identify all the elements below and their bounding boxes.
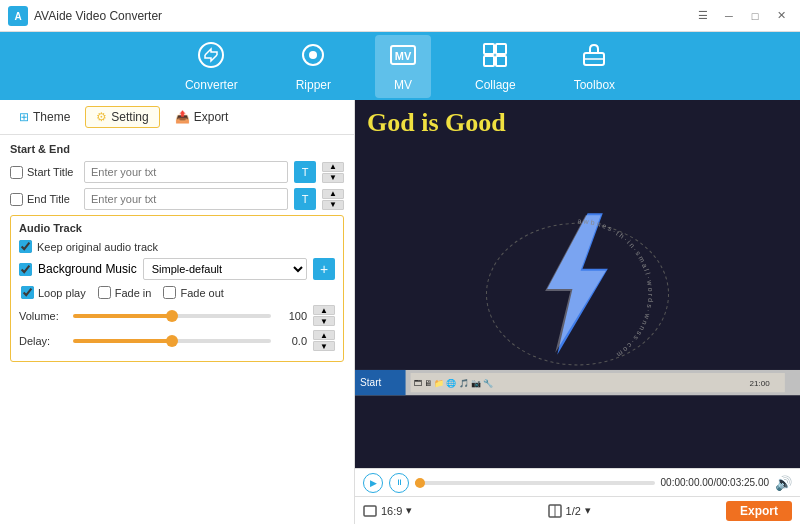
start-title-down[interactable]: ▼ xyxy=(322,173,344,183)
end-title-input[interactable] xyxy=(84,188,288,210)
tab-export[interactable]: 📤 Export xyxy=(164,106,240,128)
end-title-down[interactable]: ▼ xyxy=(322,200,344,210)
svg-rect-9 xyxy=(484,56,494,66)
nav-ripper-label: Ripper xyxy=(296,78,331,92)
keep-original-checkbox[interactable] xyxy=(19,240,32,253)
delay-value: 0.0 xyxy=(277,335,307,347)
page-chevron-icon: ▾ xyxy=(585,504,591,517)
end-title-label: End Title xyxy=(10,193,78,206)
playback-bar: ▶ ⏸ 00:00:00.00/00:03:25.00 🔊 xyxy=(355,468,800,496)
aspect-ratio-icon xyxy=(363,504,377,518)
start-title-label: Start Title xyxy=(10,166,78,179)
end-title-arrows: ▲ ▼ xyxy=(322,189,344,210)
minimize-btn[interactable]: ─ xyxy=(718,5,740,27)
delay-up[interactable]: ▲ xyxy=(313,330,335,340)
ripper-icon xyxy=(299,41,327,75)
bgm-row: Background Music Simple-default + xyxy=(19,258,335,280)
start-title-up[interactable]: ▲ xyxy=(322,162,344,172)
play-btn[interactable]: ▶ xyxy=(363,473,383,493)
right-panel: God is Good a w b n e s · t h · i n · s … xyxy=(355,100,800,524)
volume-down[interactable]: ▼ xyxy=(313,316,335,326)
start-title-row: Start Title T ▲ ▼ xyxy=(10,161,344,183)
loop-play-checkbox[interactable] xyxy=(21,286,34,299)
fade-in-option: Fade in xyxy=(98,286,152,299)
end-title-checkbox[interactable] xyxy=(10,193,23,206)
volume-value: 100 xyxy=(277,310,307,322)
theme-grid-icon: ⊞ xyxy=(19,110,29,124)
app-icon: A xyxy=(8,6,28,26)
video-preview: God is Good a w b n e s · t h · i n · s … xyxy=(355,100,800,468)
window-controls: ☰ ─ □ ✕ xyxy=(692,5,792,27)
titlebar: A AVAide Video Converter ☰ ─ □ ✕ xyxy=(0,0,800,32)
nav-mv-label: MV xyxy=(394,78,412,92)
navbar: Converter Ripper MV MV Collage Toolbox xyxy=(0,32,800,100)
start-title-arrows: ▲ ▼ xyxy=(322,162,344,183)
export-box-icon: 📤 xyxy=(175,110,190,124)
preview-title: God is Good xyxy=(355,100,518,146)
menu-btn[interactable]: ☰ xyxy=(692,5,714,27)
svg-point-4 xyxy=(309,51,317,59)
svg-text:21:00: 21:00 xyxy=(749,379,770,388)
export-btn[interactable]: Export xyxy=(726,501,792,521)
volume-slider[interactable] xyxy=(73,314,271,318)
bgm-checkbox[interactable] xyxy=(19,263,32,276)
fade-out-option: Fade out xyxy=(163,286,223,299)
svg-text:Start: Start xyxy=(360,377,382,388)
audio-options-row: Loop play Fade in Fade out xyxy=(19,286,335,299)
collage-icon xyxy=(481,41,509,75)
progress-track[interactable] xyxy=(415,481,655,485)
volume-icon[interactable]: 🔊 xyxy=(775,475,792,491)
start-end-title: Start & End xyxy=(10,143,344,155)
nav-toolbox-label: Toolbox xyxy=(574,78,615,92)
delay-arrows: ▲ ▼ xyxy=(313,330,335,351)
setting-gear-icon: ⚙ xyxy=(96,110,107,124)
nav-toolbox[interactable]: Toolbox xyxy=(560,35,629,98)
mv-icon: MV xyxy=(389,41,417,75)
delay-down[interactable]: ▼ xyxy=(313,341,335,351)
fade-in-checkbox[interactable] xyxy=(98,286,111,299)
left-panel: ⊞ Theme ⚙ Setting 📤 Export Start & End S… xyxy=(0,100,355,524)
progress-dot xyxy=(415,478,425,488)
app-title: AVAide Video Converter xyxy=(34,9,692,23)
audio-track-box: Audio Track Keep original audio track Ba… xyxy=(10,215,344,362)
nav-ripper[interactable]: Ripper xyxy=(282,35,345,98)
close-btn[interactable]: ✕ xyxy=(770,5,792,27)
page-info-selector[interactable]: 1/2 ▾ xyxy=(548,504,591,518)
start-title-input[interactable] xyxy=(84,161,288,183)
keep-original-row: Keep original audio track xyxy=(19,240,335,253)
delay-slider[interactable] xyxy=(73,339,271,343)
maximize-btn[interactable]: □ xyxy=(744,5,766,27)
nav-converter-label: Converter xyxy=(185,78,238,92)
volume-row: Volume: 100 ▲ ▼ xyxy=(19,305,335,326)
end-title-t-btn[interactable]: T xyxy=(294,188,316,210)
svg-text:🗔 🖥 📁 🌐 🎵 📷 🔧: 🗔 🖥 📁 🌐 🎵 📷 🔧 xyxy=(414,378,494,389)
preview-svg: a w b n e s · t h · i n · s m a l l · w … xyxy=(355,100,800,468)
nav-mv[interactable]: MV MV xyxy=(375,35,431,98)
delay-row: Delay: 0.0 ▲ ▼ xyxy=(19,330,335,351)
svg-rect-7 xyxy=(484,44,494,54)
start-title-checkbox[interactable] xyxy=(10,166,23,179)
svg-rect-24 xyxy=(364,506,376,516)
pause-btn[interactable]: ⏸ xyxy=(389,473,409,493)
nav-converter[interactable]: Converter xyxy=(171,35,252,98)
volume-up[interactable]: ▲ xyxy=(313,305,335,315)
time-display: 00:00:00.00/00:03:25.00 xyxy=(661,477,769,488)
svg-text:MV: MV xyxy=(395,50,412,62)
start-title-t-btn[interactable]: T xyxy=(294,161,316,183)
toolbox-icon xyxy=(580,41,608,75)
aspect-ratio-selector[interactable]: 16:9 ▾ xyxy=(363,504,412,518)
bgm-add-btn[interactable]: + xyxy=(313,258,335,280)
end-title-up[interactable]: ▲ xyxy=(322,189,344,199)
tab-theme[interactable]: ⊞ Theme xyxy=(8,106,81,128)
tab-row: ⊞ Theme ⚙ Setting 📤 Export xyxy=(0,100,354,135)
fade-out-checkbox[interactable] xyxy=(163,286,176,299)
tab-setting[interactable]: ⚙ Setting xyxy=(85,106,159,128)
svg-text:A: A xyxy=(14,11,21,22)
audio-track-title: Audio Track xyxy=(19,222,335,234)
nav-collage-label: Collage xyxy=(475,78,516,92)
volume-label: Volume: xyxy=(19,310,67,322)
end-title-row: End Title T ▲ ▼ xyxy=(10,188,344,210)
svg-rect-8 xyxy=(496,44,506,54)
bgm-select[interactable]: Simple-default xyxy=(143,258,307,280)
nav-collage[interactable]: Collage xyxy=(461,35,530,98)
